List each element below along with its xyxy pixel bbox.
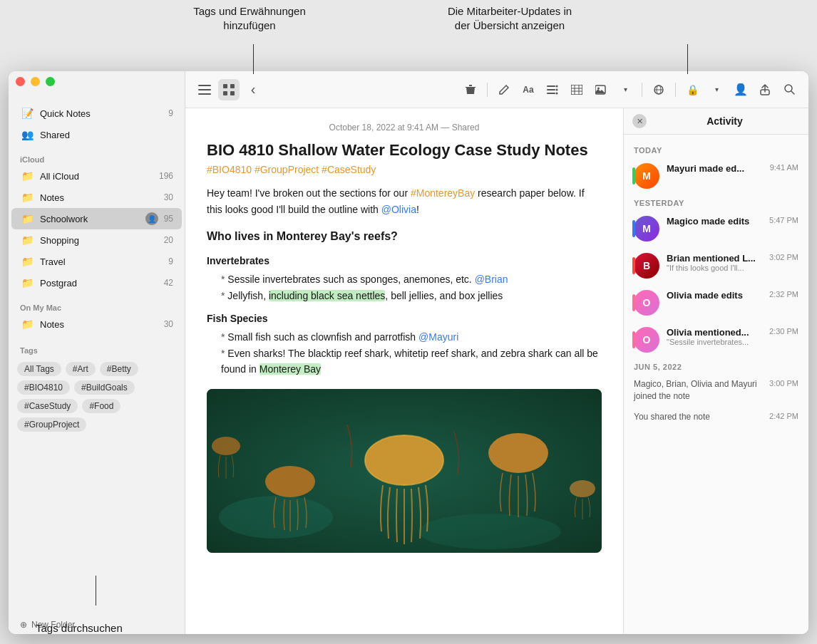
sidebar-count-notes-icloud: 30 bbox=[164, 192, 173, 202]
svg-point-12 bbox=[556, 92, 558, 94]
shopping-icon: 📁 bbox=[20, 233, 34, 247]
activity-item-mayuri[interactable]: M Mayuri made ed... 9:41 AM bbox=[624, 157, 808, 194]
svg-rect-8 bbox=[547, 89, 555, 90]
back-button[interactable]: ‹ bbox=[242, 79, 264, 100]
note-area[interactable]: October 18, 2022 at 9:41 AM — Shared BIO… bbox=[185, 108, 623, 634]
activity-item-magico[interactable]: M Magico made edits 5:47 PM bbox=[624, 210, 808, 247]
shared-time: 2:42 PM bbox=[769, 411, 798, 422]
tag-art[interactable]: #Art bbox=[66, 362, 96, 376]
mayuri-indicator bbox=[632, 167, 635, 185]
annotations: Tags und Erwähnungenhinzufügen Die Mitar… bbox=[0, 0, 817, 71]
svg-rect-7 bbox=[547, 85, 555, 87]
sidebar-count-postgrad: 42 bbox=[164, 278, 173, 288]
toolbar-sep-3 bbox=[675, 83, 676, 97]
sidebar-label-quick-notes: Quick Notes bbox=[40, 108, 165, 119]
svg-point-32 bbox=[488, 433, 548, 473]
notes-mac-icon: 📁 bbox=[20, 317, 34, 331]
activity-item-brian[interactable]: B Brian mentioned L... "If this looks go… bbox=[624, 247, 808, 284]
magico-info: Magico made edits bbox=[667, 216, 762, 227]
activity-item-olivia-mention[interactable]: O Olivia mentioned... "Sessile invertebr… bbox=[624, 321, 808, 358]
lock-button[interactable]: 🔒 bbox=[682, 79, 703, 100]
sidebar-item-notes-icloud[interactable]: 📁 Notes 30 bbox=[11, 187, 182, 208]
note-intro: Hey team! I've broken out the sections f… bbox=[207, 185, 602, 217]
close-button[interactable] bbox=[16, 77, 25, 86]
sidebar-label-postgrad: Postgrad bbox=[40, 278, 161, 289]
shared-icon: 👥 bbox=[20, 128, 34, 142]
sidebar-count-shopping: 20 bbox=[164, 235, 173, 245]
sidebar-item-notes-mac[interactable]: 📁 Notes 30 bbox=[11, 313, 182, 335]
annotation-tags: Tags und Erwähnungenhinzufügen bbox=[185, 4, 314, 32]
mayuri-avatar: M bbox=[634, 163, 659, 189]
toolbar-sep-1 bbox=[487, 83, 488, 97]
checklist-button[interactable] bbox=[542, 79, 563, 100]
sidebar-item-postgrad[interactable]: 📁 Postgrad 42 bbox=[11, 272, 182, 294]
sidebar-item-shopping[interactable]: 📁 Shopping 20 bbox=[11, 229, 182, 251]
note-section2-sub: Fish Species bbox=[207, 311, 602, 326]
lock-dropdown-button[interactable]: ▾ bbox=[706, 79, 727, 100]
joined-time: 3:00 PM bbox=[769, 378, 798, 389]
sidebar-item-schoolwork[interactable]: 📁 Schoolwork 👤 95 bbox=[11, 208, 182, 229]
brian-info: Brian mentioned L... "If this looks good… bbox=[667, 253, 762, 272]
delete-button[interactable] bbox=[460, 79, 481, 100]
activity-close-button[interactable]: ✕ bbox=[632, 114, 647, 128]
tag-casestudy[interactable]: #CaseStudy bbox=[17, 399, 78, 413]
sidebar-item-shared[interactable]: 👥 Shared bbox=[11, 124, 182, 145]
tag-betty[interactable]: #Betty bbox=[100, 362, 138, 376]
table-button[interactable] bbox=[566, 79, 587, 100]
toolbar-sep-2 bbox=[642, 83, 642, 97]
tag-food[interactable]: #Food bbox=[82, 399, 120, 413]
magico-avatar: M bbox=[634, 216, 659, 242]
sidebar-item-travel[interactable]: 📁 Travel 9 bbox=[11, 251, 182, 272]
app-window: 📝 Quick Notes 9 👥 Shared iCloud 📁 All iC… bbox=[9, 71, 808, 634]
activity-body: TODAY M Mayuri made ed... 9:41 AM YESTER… bbox=[624, 135, 808, 634]
postgrad-icon: 📁 bbox=[20, 276, 34, 290]
tags-grid: All Tags #Art #Betty #BIO4810 #BuildGoal… bbox=[17, 358, 176, 436]
olivia-edits-time: 2:32 PM bbox=[769, 290, 798, 298]
magico-avatar-wrapper: M bbox=[634, 216, 659, 242]
joined-text: Magico, Brian, Olivia and Mayuri joined … bbox=[634, 378, 764, 402]
list-view-button[interactable] bbox=[194, 79, 215, 100]
sidebar-item-quick-notes[interactable]: 📝 Quick Notes 9 bbox=[11, 103, 182, 124]
sidebar-item-all-icloud[interactable]: 📁 All iCloud 196 bbox=[11, 165, 182, 187]
media-dropdown-button[interactable]: ▾ bbox=[615, 79, 636, 100]
tags-section: Tags All Tags #Art #Betty #BIO4810 #Buil… bbox=[9, 338, 185, 442]
media-button[interactable] bbox=[590, 79, 612, 100]
activity-item-olivia-edits[interactable]: O Olivia made edits 2:32 PM bbox=[624, 284, 808, 321]
tag-bio4810[interactable]: #BIO4810 bbox=[17, 380, 70, 395]
svg-point-10 bbox=[556, 85, 558, 87]
edit-button[interactable] bbox=[493, 79, 515, 100]
sidebar-label-all-icloud: All iCloud bbox=[40, 171, 156, 182]
tag-buildgoals[interactable]: #BuildGoals bbox=[74, 380, 135, 395]
olivia-edits-name: Olivia made edits bbox=[667, 290, 762, 301]
note-section2-bullets: Small fish such as clownfish and parrotf… bbox=[221, 329, 602, 377]
hashtag-montereybay: #MontereyBay bbox=[411, 187, 475, 199]
tag-all-tags[interactable]: All Tags bbox=[17, 362, 61, 376]
activity-date-yesterday: YESTERDAY bbox=[624, 194, 808, 210]
mayuri-time: 9:41 AM bbox=[770, 163, 798, 172]
olivia-mention-preview: "Sessile invertebrates... bbox=[667, 338, 762, 346]
fullscreen-button[interactable] bbox=[46, 77, 55, 86]
tag-groupproject[interactable]: #GroupProject bbox=[17, 417, 86, 432]
format-button[interactable]: Aa bbox=[518, 79, 539, 100]
grid-view-button[interactable] bbox=[218, 79, 240, 100]
search-button[interactable] bbox=[779, 79, 800, 100]
minimize-button[interactable] bbox=[31, 77, 40, 86]
svg-point-31 bbox=[265, 466, 315, 497]
sidebar-section-icloud: iCloud bbox=[9, 151, 185, 165]
olivia-edits-info: Olivia made edits bbox=[667, 290, 762, 301]
mayuri-info: Mayuri made ed... bbox=[667, 163, 763, 174]
collaborate-button[interactable]: 👤 bbox=[730, 79, 751, 100]
schoolwork-badge: 👤 bbox=[145, 212, 158, 225]
olivia-mention-info: Olivia mentioned... "Sessile invertebrat… bbox=[667, 327, 762, 346]
svg-rect-13 bbox=[571, 85, 582, 95]
svg-line-25 bbox=[791, 91, 794, 94]
annotation-activity: Die Mitarbeiter-Updates inder Übersicht … bbox=[428, 4, 592, 32]
share-button[interactable] bbox=[754, 79, 776, 100]
sidebar-count-quick-notes: 9 bbox=[168, 108, 173, 118]
mention-brian: @Brian bbox=[475, 274, 508, 285]
activity-button[interactable] bbox=[648, 79, 669, 100]
note-meta: October 18, 2022 at 9:41 AM — Shared bbox=[207, 123, 602, 133]
sidebar-label-shopping: Shopping bbox=[40, 235, 161, 246]
olivia-edits-avatar: O bbox=[634, 290, 659, 316]
jellyfish-illustration bbox=[207, 389, 602, 553]
